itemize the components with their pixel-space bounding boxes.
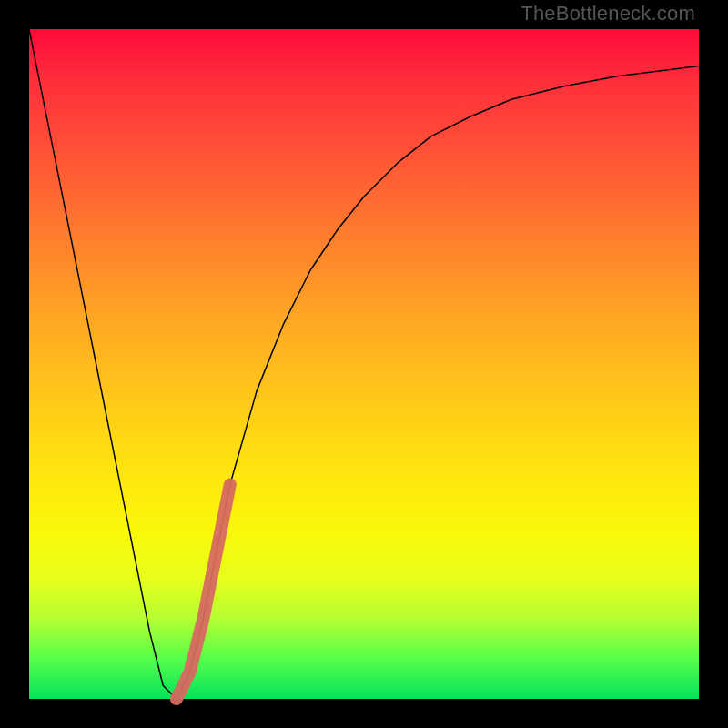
bottleneck-curve [29,29,699,699]
watermark-text: TheBottleneck.com [521,2,695,25]
highlight-segment [177,485,230,700]
curve-overlay [29,29,699,699]
chart-frame: TheBottleneck.com [0,0,728,728]
